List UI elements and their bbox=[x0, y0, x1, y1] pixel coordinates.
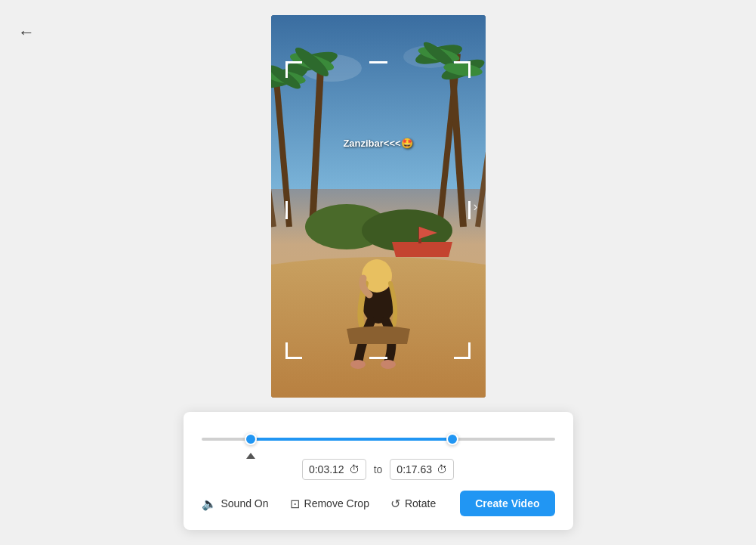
sound-on-button[interactable]: 🔈 Sound On bbox=[202, 492, 279, 516]
slider-track[interactable] bbox=[202, 438, 555, 441]
rotate-button[interactable]: ↺ Rotate bbox=[380, 492, 446, 516]
svg-point-29 bbox=[381, 360, 396, 369]
slider-thumb-left[interactable] bbox=[245, 433, 257, 445]
crop-icon: ⊡ bbox=[290, 497, 300, 511]
remove-crop-button[interactable]: ⊡ Remove Crop bbox=[279, 492, 380, 516]
sound-icon: 🔈 bbox=[202, 497, 217, 511]
action-row: 🔈 Sound On ⊡ Remove Crop ↺ Rotate Create… bbox=[202, 491, 555, 516]
rotate-label: Rotate bbox=[405, 497, 436, 509]
video-overlay-text: Zanzibar<<<🤩 bbox=[343, 138, 412, 149]
video-frame: Zanzibar<<<🤩 › bbox=[271, 15, 486, 398]
clock-icon-start: ⏱ bbox=[349, 463, 359, 475]
time-start-value: 0:03.12 bbox=[309, 463, 344, 475]
remove-crop-label: Remove Crop bbox=[304, 497, 369, 509]
video-right-arrow[interactable]: › bbox=[474, 199, 478, 215]
clock-icon-end: ⏱ bbox=[437, 463, 447, 475]
slider-range bbox=[251, 438, 452, 441]
time-end-value: 0:17.63 bbox=[397, 463, 432, 475]
to-label: to bbox=[374, 463, 383, 475]
controls-panel: 0:03.12 ⏱ to 0:17.63 ⏱ 🔈 Sound On ⊡ Remo… bbox=[184, 412, 573, 530]
time-end-input[interactable]: 0:17.63 ⏱ bbox=[390, 459, 454, 480]
svg-marker-22 bbox=[392, 242, 452, 257]
create-video-button[interactable]: Create Video bbox=[460, 491, 554, 516]
create-video-label: Create Video bbox=[475, 497, 539, 509]
timeline-row bbox=[202, 427, 555, 451]
slider-caret bbox=[246, 453, 255, 459]
video-preview: Zanzibar<<<🤩 › bbox=[271, 15, 486, 398]
rotate-icon: ↺ bbox=[390, 497, 400, 511]
svg-point-28 bbox=[350, 360, 366, 369]
sound-on-label: Sound On bbox=[221, 497, 269, 509]
back-button[interactable]: ← bbox=[18, 24, 35, 41]
time-inputs-row: 0:03.12 ⏱ to 0:17.63 ⏱ bbox=[202, 459, 555, 480]
slider-thumb-right[interactable] bbox=[446, 433, 458, 445]
time-start-input[interactable]: 0:03.12 ⏱ bbox=[302, 459, 366, 480]
